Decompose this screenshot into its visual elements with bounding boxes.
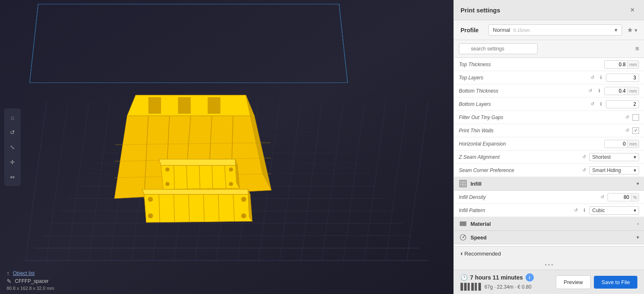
toolbar-home-btn[interactable]: ⌂ (6, 111, 19, 124)
bottom-thickness-info-btn[interactable]: ℹ (596, 88, 603, 94)
horizontal-expansion-input-group[interactable]: mm (604, 140, 639, 148)
svg-line-46 (184, 116, 191, 198)
infill-section-header[interactable]: Infill ▾ (454, 177, 644, 191)
seam-corner-select[interactable]: Smart Hiding ▾ (589, 166, 639, 174)
svg-line-28 (216, 102, 237, 261)
toolbar-scale-btn[interactable]: ⤡ (6, 141, 19, 154)
infill-pattern-reset-btn[interactable]: ↺ (572, 207, 579, 214)
svg-marker-43 (246, 95, 271, 190)
horizontal-expansion-input[interactable] (605, 140, 627, 148)
recommended-row: ‹ Recommended (454, 246, 644, 261)
filter-tiny-gaps-reset-btn[interactable]: ↺ (623, 114, 631, 121)
z-seam-reset-btn[interactable]: ↺ (580, 153, 588, 161)
svg-line-60 (199, 165, 200, 189)
svg-marker-38 (30, 4, 348, 83)
print-thin-walls-checkbox[interactable]: ✓ (632, 127, 639, 134)
print-thin-walls-label: Print Thin Walls (459, 128, 623, 134)
viewport[interactable]: ⌂ ↺ ⤡ ✛ ⇔ ↑ Object list ✎ CFFFP_spacer 8… (0, 0, 453, 294)
settings-menu-icon[interactable]: ≡ (635, 45, 639, 53)
svg-line-36 (386, 102, 407, 261)
preview-button[interactable]: Preview (556, 275, 591, 289)
svg-line-21 (68, 102, 89, 261)
seam-corner-controls: ↺ Smart Hiding ▾ (580, 166, 639, 174)
svg-line-74 (218, 194, 219, 222)
right-panel: Print settings × Profile Normal 0.15mm ▾… (453, 0, 644, 294)
seam-corner-label: Seam Corner Preference (459, 167, 580, 173)
svg-line-58 (174, 165, 175, 189)
svg-rect-52 (148, 97, 161, 114)
bottom-thickness-input-group[interactable]: mm (604, 87, 639, 95)
search-input[interactable] (459, 43, 538, 54)
estimate-left: 🕐 7 hours 11 minutes i ▋▋▌▋▌▋ 67g · 22.3… (461, 273, 534, 291)
material-chevron: ‹ (637, 221, 639, 227)
estimate-info-btn[interactable]: i (526, 273, 534, 282)
save-to-file-button[interactable]: Save to File (594, 276, 637, 289)
svg-line-72 (188, 194, 189, 222)
seam-corner-chevron: ▾ (634, 167, 636, 173)
svg-line-26 (174, 102, 195, 261)
setting-row-z-seam: Z Seam Alignment ↺ Shortest ▾ (454, 151, 644, 164)
top-thickness-input[interactable] (605, 61, 627, 68)
z-seam-select[interactable]: Shortest ▾ (589, 153, 639, 161)
material-section-header[interactable]: Material ‹ (454, 217, 644, 231)
svg-point-65 (165, 182, 169, 186)
z-seam-chevron: ▾ (634, 154, 636, 160)
speed-section-header[interactable]: Speed ▾ (454, 231, 644, 244)
svg-line-44 (144, 116, 148, 198)
svg-line-73 (203, 194, 204, 222)
bottom-layers-reset-btn[interactable]: ↺ (589, 100, 596, 108)
bottom-thickness-reset-btn[interactable]: ↺ (587, 87, 594, 95)
setting-row-bottom-layers: Bottom Layers ↺ ℹ (454, 98, 644, 111)
infill-pattern-info-btn[interactable]: ℹ (581, 207, 588, 214)
bottom-layers-input[interactable] (606, 100, 639, 108)
seam-corner-reset-btn[interactable]: ↺ (580, 167, 588, 174)
dots: • • • (545, 262, 553, 268)
svg-marker-69 (248, 189, 252, 221)
top-layers-info-btn[interactable]: ℹ (598, 74, 604, 81)
horizontal-expansion-label: Horizontal Expansion (459, 141, 604, 147)
setting-row-infill-pattern: Infill Pattern ↺ ℹ Cubic ▾ (454, 204, 644, 217)
recommended-label: Recommended (464, 251, 501, 257)
infill-pattern-value: Cubic (592, 208, 605, 213)
toolbar-move-btn[interactable]: ✛ (6, 155, 19, 169)
setting-row-filter-tiny-gaps: Filter Out Tiny Gaps ↺ (454, 111, 644, 124)
svg-line-20 (47, 102, 68, 261)
toolbar-mirror-btn[interactable]: ⇔ (6, 170, 19, 184)
top-thickness-input-group[interactable]: mm (604, 60, 639, 69)
filter-tiny-gaps-checkbox[interactable] (632, 114, 639, 121)
bottom-layers-info-btn[interactable]: ℹ (598, 101, 604, 108)
profile-select[interactable]: Normal 0.15mm ▾ (488, 24, 622, 36)
recommended-btn[interactable]: ‹ Recommended (461, 250, 501, 257)
infill-pattern-label: Infill Pattern (459, 208, 572, 213)
infill-density-input-group[interactable]: % (608, 193, 639, 201)
svg-marker-41 (114, 116, 271, 198)
toolbar-rotate-btn[interactable]: ↺ (6, 126, 19, 139)
profile-chevron-btn[interactable]: ▾ (634, 26, 637, 34)
infill-density-controls: ↺ % (598, 193, 639, 201)
object-list-label[interactable]: Object list (13, 270, 35, 276)
profile-value: Normal 0.15mm (493, 27, 530, 33)
infill-density-input[interactable] (608, 194, 631, 201)
close-button[interactable]: × (627, 5, 637, 15)
bottom-thickness-input[interactable] (605, 87, 627, 95)
search-wrapper: 🔍 (459, 43, 632, 54)
object-dimensions: 80.8 x 162.8 x 32.0 mm (7, 286, 54, 291)
svg-line-35 (364, 102, 386, 261)
svg-line-29 (237, 102, 258, 261)
infill-chevron: ▾ (637, 181, 639, 186)
bottom-thickness-controls: ↺ ℹ mm (587, 87, 639, 95)
setting-row-seam-corner: Seam Corner Preference ↺ Smart Hiding ▾ (454, 164, 644, 177)
speed-chevron: ▾ (637, 234, 639, 240)
svg-marker-56 (159, 159, 237, 165)
infill-density-reset-btn[interactable]: ↺ (598, 194, 606, 201)
profile-star-btn[interactable]: ★ (627, 26, 633, 34)
svg-line-19 (25, 102, 46, 261)
infill-pattern-select[interactable]: Cubic ▾ (589, 206, 639, 215)
svg-line-71 (174, 194, 175, 222)
svg-line-40 (339, 4, 347, 83)
top-layers-reset-btn[interactable]: ↺ (589, 74, 596, 81)
top-layers-input[interactable] (606, 74, 639, 82)
print-thin-walls-reset-btn[interactable]: ↺ (623, 127, 631, 134)
svg-point-96 (463, 237, 464, 238)
svg-marker-67 (144, 194, 252, 222)
